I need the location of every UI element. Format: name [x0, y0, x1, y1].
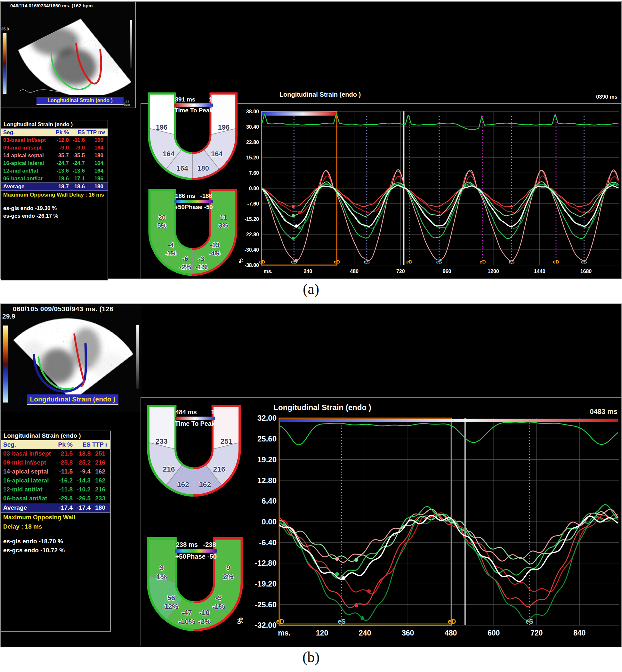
map-label: -13 — [210, 241, 219, 248]
col-es: ES — [74, 440, 92, 449]
map-label: 180 — [197, 164, 209, 172]
image-caption-bar: Longitudinal Strain (endo ) — [36, 97, 124, 105]
peak-marker-dot — [291, 214, 295, 217]
table-cell: -18.6 — [70, 183, 87, 191]
peak-marker-dot — [298, 226, 301, 230]
table-cell: 164 — [87, 144, 105, 152]
chart-label: 720 — [530, 629, 543, 637]
map-label: 1% — [157, 573, 167, 581]
table-body: 03-basal inf/sept-12.0-11.619609-mid inf… — [1, 136, 108, 199]
map-label: 3 — [160, 564, 164, 572]
map-label: 233 — [156, 437, 168, 445]
table-cell: 16-apical lateral — [1, 476, 55, 485]
map-label: -10% — [179, 617, 195, 626]
col-es: ES — [70, 129, 87, 136]
chart-label: 120 — [316, 629, 328, 637]
gls-value: es-gls endo -19.30 % — [1, 205, 108, 212]
map-label: -3 — [215, 594, 222, 602]
chart-label: 15.20 — [246, 155, 259, 160]
ultrasound-sector — [4, 318, 139, 402]
table-row: 12-mid ant/lat-13.6-13.6164 — [1, 167, 108, 175]
max-opposing-wall-delay: Maximum Opposing Wall Delay : 16 ms — [1, 191, 108, 199]
map-color-scale — [174, 104, 213, 107]
ecg-trace — [262, 114, 619, 130]
chart-label: 6.40 — [262, 497, 277, 505]
chart-label: -19.20 — [255, 579, 277, 588]
chart-label: Longitudinal Strain (endo ) — [279, 91, 361, 98]
chart-label: 960 — [443, 269, 451, 274]
chart-label: 0.00 — [249, 186, 259, 191]
map-label: 251 — [220, 437, 233, 445]
image-caption: Longitudinal Strain (endo ) — [30, 395, 115, 403]
panel-a: 046/114 016/0734/1860 ms. (162 bpm 35.8 … — [0, 1, 622, 279]
table-body: 03-basal inf/sept-21.5-18.825109-mid inf… — [1, 449, 110, 531]
table-row: 06-basal ant/lat-29.8-26.5233 — [1, 494, 110, 503]
table-cell: -24.7 — [51, 160, 70, 167]
acquisition-header: 046/114 016/0734/1860 ms. (162 bpm — [1, 3, 136, 8]
chart-label: -30.40 — [245, 247, 259, 253]
map-label: 186 ms — [175, 193, 195, 199]
table-cell: -16.2 — [55, 476, 74, 485]
chart-label: 7.60 — [249, 170, 259, 176]
strain-curve — [279, 514, 618, 608]
max-opposing-wall-delay: Maximum Opposing Wall — [1, 512, 110, 522]
chart-label: ms. — [278, 629, 291, 637]
divider — [141, 397, 141, 646]
table-cell: 09-mid inf/sept — [1, 458, 55, 467]
map-label: -47 — [181, 609, 192, 616]
strain-analysis-page: 046/114 016/0734/1860 ms. (162 bpm 35.8 … — [0, 0, 622, 672]
table-cell: 06-basal ant/lat — [1, 175, 51, 182]
peak-marker-dot — [360, 616, 364, 620]
chart-label: 1440 — [534, 269, 546, 274]
chart-label: Longitudinal Strain (endo ) — [273, 403, 371, 412]
table-row: 12-mid ant/lat-11.8-10.2216 — [1, 485, 110, 494]
ttp-color-scale — [280, 419, 618, 422]
map-color-scale — [175, 549, 217, 553]
chart-label: % — [238, 617, 244, 624]
table-cell: -11.5 — [55, 467, 74, 476]
map-label: Time To Peak — [175, 420, 215, 427]
peak-marker-dot — [354, 603, 358, 607]
map-label: Phase — [186, 553, 206, 560]
map-label: +50 — [174, 204, 185, 210]
map-label: -50 — [207, 553, 217, 560]
table-cell: Average — [1, 183, 51, 191]
table-cell: 180 — [87, 183, 105, 191]
ttp-color-scale — [262, 112, 336, 115]
strain-chart[interactable]: 38.0030.4022.8015.207.600.00-7.60-15.20-… — [238, 88, 621, 278]
table-header: Seg. Pk % ES TTP ms — [1, 440, 110, 449]
table-cell: -9.4 — [74, 467, 92, 476]
map-color-scale — [175, 416, 215, 420]
chart-label: 22.80 — [246, 140, 259, 145]
table-cell: 162 — [92, 467, 107, 476]
map-label: -1% — [212, 603, 225, 610]
map-label: -186 — [200, 193, 212, 199]
chart-label: eS — [338, 618, 345, 625]
table-cell: -13.6 — [51, 167, 70, 175]
table-cell: -21.5 — [55, 449, 74, 458]
map-label: 391 ms — [175, 96, 196, 103]
chart-label: 480 — [350, 269, 358, 274]
map-label: -50 — [204, 204, 213, 210]
chart-label: 360 — [402, 629, 414, 637]
table-cell: 12-mid ant/lat — [1, 167, 51, 175]
table-cell: -25.8 — [55, 458, 74, 467]
table-cell: 03-basal inf/sept — [1, 136, 51, 144]
table-cell: 03-basal inf/sept — [1, 449, 55, 458]
acquisition-header: 060/105 009/0530/943 ms. (126 — [1, 305, 141, 313]
table-cell: 06-basal ant/lat — [1, 494, 55, 503]
table-header: Seg. Pk % ES TTP ms — [1, 129, 108, 136]
figure-caption-a: (a) — [0, 280, 622, 297]
map-label: 196 — [218, 123, 230, 131]
phase-map: 31%5612%-47-10%-10-2%-3-1%92%238 ms-238+… — [144, 532, 246, 638]
col-ttp: TTP ms — [87, 129, 105, 136]
chart-label: 480 — [445, 629, 457, 637]
chart-label: 840 — [573, 629, 586, 637]
strain-chart[interactable]: 32.0025.6019.2012.806.400.00-6.40-12.80-… — [238, 401, 621, 647]
table-row: 16-apical lateral-16.2-14.3162 — [1, 476, 110, 485]
chart-label: 32.00 — [257, 414, 277, 422]
table-cell: -9.0 — [51, 144, 70, 152]
map-label: -238 — [203, 541, 216, 548]
ecg-trace — [279, 422, 618, 445]
chart-label: -7.60 — [247, 201, 259, 206]
